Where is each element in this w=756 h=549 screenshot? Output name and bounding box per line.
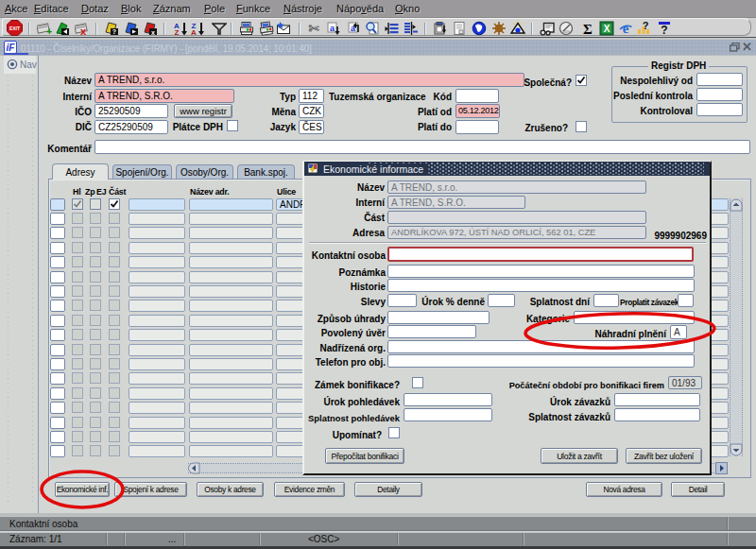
svg-text:A: A xyxy=(191,28,197,36)
svg-text:X: X xyxy=(604,24,610,34)
svg-text:?: ? xyxy=(643,21,649,31)
svg-text:✄: ✄ xyxy=(308,21,319,36)
svg-text:e: e xyxy=(623,21,629,36)
svg-text:+: + xyxy=(46,26,52,36)
svg-text:?: ? xyxy=(661,24,667,36)
svg-text:100%: 100% xyxy=(562,30,571,34)
svg-text:x: x xyxy=(151,29,155,36)
svg-text:Z: Z xyxy=(175,28,180,36)
svg-text:EXIT: EXIT xyxy=(9,26,20,31)
svg-text:Σ: Σ xyxy=(583,22,593,37)
svg-text:x: x xyxy=(80,26,87,36)
svg-text:?: ? xyxy=(112,28,116,35)
